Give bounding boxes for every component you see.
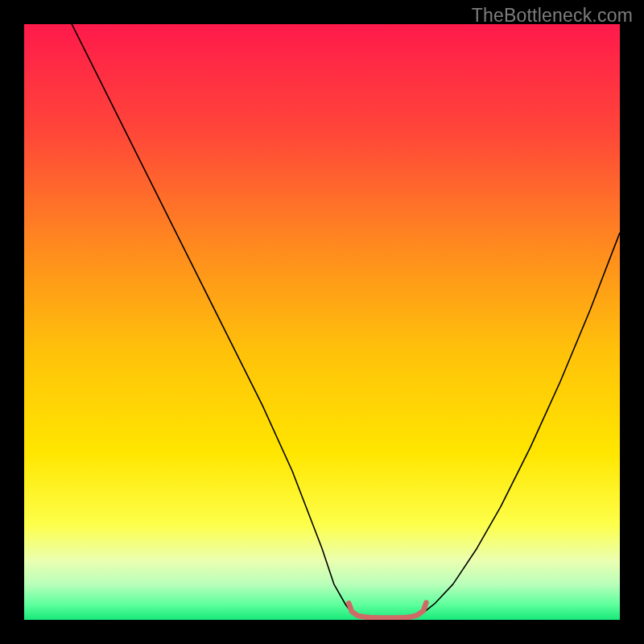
plot-area — [24, 24, 620, 620]
gradient-background — [24, 24, 620, 620]
watermark-text: TheBottleneck.com — [472, 5, 633, 27]
plot-svg — [24, 24, 620, 620]
chart-frame: TheBottleneck.com — [0, 0, 644, 644]
